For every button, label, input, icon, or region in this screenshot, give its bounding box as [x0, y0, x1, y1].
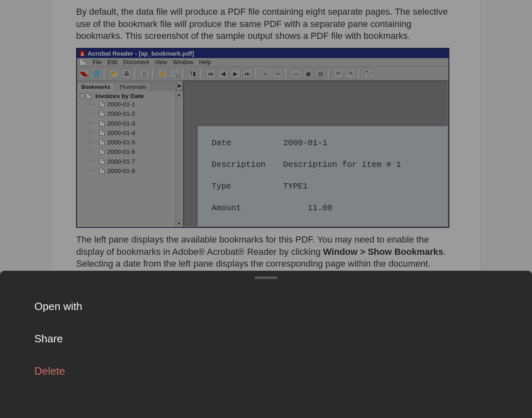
- hand-tool-icon[interactable]: ✋: [157, 69, 168, 79]
- prev-page-icon[interactable]: ◀: [218, 69, 228, 79]
- zoom-icon[interactable]: 🔍: [169, 69, 180, 79]
- fit-page-icon[interactable]: ▣: [303, 69, 313, 79]
- tree-item-label: 2000-01-6: [107, 148, 135, 155]
- tree-item-label: 2000-01-5: [107, 139, 135, 146]
- tree-item-label: 2000-01-1: [107, 101, 135, 108]
- tree-root[interactable]: − Invoices by Date: [80, 92, 180, 99]
- scroll-up-icon[interactable]: ▲: [176, 91, 182, 97]
- sheet-share[interactable]: Share: [0, 323, 532, 355]
- back-icon[interactable]: ⬅: [260, 69, 271, 79]
- article-para-1: By default, the data file will produce a…: [76, 6, 456, 42]
- doc-row-date: Date 2000-01-1: [212, 138, 438, 148]
- tree-item-label: 2000-01-7: [107, 158, 135, 165]
- menu-help[interactable]: Help: [199, 59, 211, 65]
- article-body-lower: The left pane displays the available boo…: [52, 234, 480, 270]
- tree-item[interactable]: 2000-01-1: [80, 99, 180, 109]
- toolbar-separator: [255, 69, 258, 79]
- doc-value: 11.00: [283, 203, 332, 213]
- tree-item[interactable]: 2000-01-3: [80, 119, 180, 128]
- document-view[interactable]: Date 2000-01-1 Description Description f…: [183, 81, 449, 227]
- print-icon[interactable]: 🖶: [121, 69, 132, 79]
- doc-label: Description: [212, 160, 283, 169]
- bottom-sheet[interactable]: Open with Share Delete: [0, 271, 532, 418]
- rotate-left-icon[interactable]: ↶: [333, 69, 344, 79]
- actual-size-icon[interactable]: ▭: [291, 69, 301, 79]
- article-text-bold: Window > Show Bookmarks: [323, 247, 444, 257]
- menu-document[interactable]: Document: [123, 59, 149, 65]
- menu-window[interactable]: Window: [173, 59, 194, 65]
- fit-width-icon[interactable]: ▤: [315, 69, 326, 79]
- pane-tabs: Bookmarks Thumbnails ▶: [77, 81, 183, 90]
- acrobat-title-text: Acrobat Reader - [ap_bookmark.pdf]: [88, 50, 194, 57]
- article-body: separate records. By default, the data f…: [52, 0, 480, 42]
- find-icon[interactable]: 🔭: [363, 69, 374, 79]
- tree-item[interactable]: 2000-01-8: [80, 166, 180, 175]
- open-icon[interactable]: 📂: [109, 69, 119, 79]
- doc-row-type: Type TYPE1: [212, 182, 438, 191]
- tab-bookmarks[interactable]: Bookmarks: [77, 82, 115, 91]
- collapse-pane-icon[interactable]: ▶: [177, 81, 183, 90]
- toolbar-separator: [358, 69, 361, 79]
- toolbar-separator: [328, 69, 331, 79]
- tree-root-label: Invoices by Date: [95, 92, 144, 99]
- page-icon: [99, 130, 105, 136]
- tree-item[interactable]: 2000-01-4: [80, 128, 180, 137]
- acrobat-toolbar: ◥◣ 🌐 📂 🖶 ▯ ✋ 🔍 T▮ ⏮ ◀ ▶ ⏭ ⬅ ➡: [77, 67, 449, 81]
- clipboard-icon[interactable]: ▯: [139, 69, 150, 79]
- tree-item-label: 2000-01-8: [107, 167, 135, 174]
- last-page-icon[interactable]: ⏭: [242, 69, 253, 79]
- text-select-icon[interactable]: T▮: [187, 69, 198, 79]
- tree-collapse-icon[interactable]: −: [80, 94, 84, 98]
- tree-item[interactable]: 2000-01-2: [80, 109, 180, 118]
- page-icon: [99, 110, 105, 117]
- forward-icon[interactable]: ➡: [273, 69, 283, 79]
- page-icon: [99, 101, 105, 107]
- toolbar-separator: [201, 69, 203, 79]
- page-icon: [99, 168, 105, 174]
- globe-icon[interactable]: 🌐: [91, 69, 101, 79]
- tree-item-label: 2000-01-4: [107, 129, 135, 136]
- menu-file[interactable]: File: [92, 59, 102, 65]
- first-page-icon[interactable]: ⏮: [205, 69, 216, 79]
- sheet-drag-handle[interactable]: [255, 276, 277, 279]
- tree-item[interactable]: 2000-01-5: [80, 137, 180, 147]
- menu-edit[interactable]: Edit: [108, 59, 117, 65]
- doc-value: TYPE1: [283, 182, 308, 191]
- page-icon: [86, 93, 91, 99]
- page-icon: [99, 148, 105, 155]
- menu-view[interactable]: View: [155, 59, 167, 65]
- acrobat-menubar: File Edit Document View Window Help: [77, 58, 449, 67]
- toolbar-separator: [286, 69, 288, 79]
- next-page-icon[interactable]: ▶: [230, 69, 241, 79]
- doc-row-description: Description Description for item # 1: [212, 160, 438, 169]
- scroll-down-icon[interactable]: ▼: [176, 220, 182, 227]
- page-icon: [99, 139, 105, 145]
- toolbar-separator: [183, 69, 185, 79]
- document-page: Date 2000-01-1 Description Description f…: [197, 126, 448, 226]
- tab-thumbnails[interactable]: Thumbnails: [115, 82, 151, 91]
- document-icon: [79, 59, 86, 65]
- tree-item[interactable]: 2000-01-6: [80, 147, 180, 156]
- article-para-2: The left pane displays the available boo…: [76, 234, 456, 270]
- toolbar-separator: [104, 69, 106, 79]
- toolbar-separator: [152, 69, 155, 79]
- doc-label: Type: [212, 182, 283, 191]
- tree-item-label: 2000-01-2: [107, 110, 135, 117]
- doc-label: Amount: [212, 203, 283, 213]
- page-icon: [99, 158, 105, 164]
- tree-item[interactable]: 2000-01-7: [80, 157, 180, 166]
- sheet-open-with[interactable]: Open with: [0, 290, 532, 323]
- rotate-right-icon[interactable]: ↷: [345, 69, 356, 79]
- doc-value: Description for item # 1: [283, 160, 401, 169]
- acrobat-workspace: Bookmarks Thumbnails ▶ − Invoices by Dat…: [77, 81, 449, 227]
- bookmark-pane: Bookmarks Thumbnails ▶ − Invoices by Dat…: [77, 81, 183, 227]
- doc-label: Date: [212, 138, 283, 148]
- doc-value: 2000-01-1: [283, 138, 327, 148]
- acrobat-screenshot: Acrobat Reader - [ap_bookmark.pdf] File …: [76, 48, 449, 228]
- adobe-icon[interactable]: ◥◣: [79, 69, 89, 79]
- tree-item-label: 2000-01-3: [107, 120, 135, 127]
- acrobat-titlebar: Acrobat Reader - [ap_bookmark.pdf]: [77, 49, 449, 58]
- sheet-delete[interactable]: Delete: [0, 355, 532, 387]
- scrollbar-vertical[interactable]: ▲ ▼: [176, 91, 182, 227]
- toolbar-separator: [134, 69, 137, 79]
